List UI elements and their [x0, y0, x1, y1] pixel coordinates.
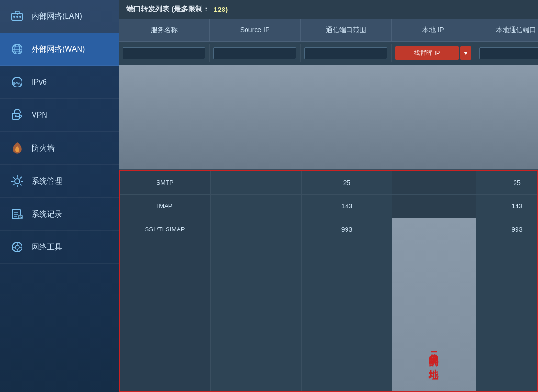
sidebar-label-wan: 外部网络(WAN): [32, 44, 85, 54]
data-table: SMTP 25 25 IMAP 143 143 SSL/TLSIMAP 993 …: [119, 170, 538, 392]
ip-dropdown-button[interactable]: ▼: [460, 46, 471, 60]
table-header-bar: 端口转发列表 (最多限制： 128): [119, 0, 538, 19]
filter-local-port: [475, 44, 538, 62]
cell-source-ip-1: [211, 195, 302, 218]
cell-service-0: SMTP: [120, 171, 211, 194]
sidebar-label-syslog: 系统记录: [32, 209, 62, 219]
cell-local-ip-2: 你群晖的IP地址: [392, 218, 476, 392]
lan-icon: [10, 9, 25, 24]
cell-source-ip-2: [211, 218, 302, 392]
svg-text:IPv6: IPv6: [13, 81, 22, 86]
filter-local-ip: 找群晖 IP ▼: [392, 44, 475, 62]
table-row: IMAP 143 143: [120, 195, 537, 218]
sidebar-item-firewall[interactable]: 防火墙: [0, 132, 119, 165]
empty-placeholder: [119, 65, 538, 170]
filter-port-range-input[interactable]: [304, 47, 387, 59]
sidebar-label-ipv6: IPv6: [32, 78, 47, 87]
cell-source-ip-0: [211, 171, 302, 194]
filter-port-range: [301, 44, 392, 62]
ipv6-icon: IPv6: [10, 75, 25, 90]
sidebar-item-sysadmin[interactable]: 系统管理: [0, 165, 119, 198]
column-headers: 服务名称 Source IP 通信端口范围 本地 IP 本地通信端口: [119, 19, 538, 42]
col-service-name: 服务名称: [119, 19, 210, 41]
sidebar-label-nettool: 网络工具: [32, 242, 62, 252]
cell-port-1: 143: [302, 195, 392, 218]
sidebar-label-vpn: VPN: [32, 111, 47, 120]
wan-icon: [10, 42, 25, 57]
svg-point-18: [15, 179, 20, 184]
sidebar-item-ipv6[interactable]: IPv6 IPv6: [0, 66, 119, 99]
table-row: SSL/TLSIMAP 993 你群晖的IP地址 993: [120, 218, 537, 392]
cell-port-2: 993: [302, 218, 392, 392]
filter-row: 找群晖 IP ▼: [119, 42, 538, 65]
cell-local-port-2: 993: [476, 218, 538, 392]
cell-local-port-1: 143: [476, 195, 538, 218]
cell-service-1: IMAP: [120, 195, 211, 218]
col-port-range: 通信端口范围: [301, 19, 392, 41]
ip-watermark: 你群晖的IP地址: [428, 254, 441, 392]
cell-local-port-0: 25: [476, 171, 538, 194]
sidebar: 内部网络(LAN) 外部网络(WAN) IPv6 IPv6: [0, 0, 119, 392]
svg-point-5: [19, 16, 21, 18]
vpn-icon: [10, 108, 25, 123]
table-limit: 128): [213, 5, 228, 13]
table-title: 端口转发列表 (最多限制：: [126, 5, 210, 14]
sidebar-item-syslog[interactable]: 系统记录: [0, 198, 119, 231]
svg-rect-1: [15, 11, 19, 14]
cell-service-2: SSL/TLSIMAP: [120, 218, 211, 392]
svg-point-14: [15, 115, 17, 117]
ip-select-group: 找群晖 IP ▼: [395, 46, 471, 60]
sidebar-label-sysadmin: 系统管理: [32, 176, 62, 186]
filter-source-ip: [210, 44, 301, 62]
col-local-port: 本地通信端口: [475, 19, 538, 41]
table-row: SMTP 25 25: [120, 171, 537, 195]
filter-source-ip-input[interactable]: [213, 47, 296, 59]
sidebar-label-lan: 内部网络(LAN): [32, 11, 82, 22]
svg-rect-23: [19, 215, 22, 219]
firewall-icon: [10, 141, 25, 156]
svg-point-3: [13, 16, 15, 18]
col-local-ip: 本地 IP: [392, 19, 475, 41]
svg-point-4: [16, 16, 18, 18]
sidebar-item-wan[interactable]: 外部网络(WAN): [0, 33, 119, 66]
sidebar-label-firewall: 防火墙: [32, 143, 55, 153]
cell-local-ip-0: [392, 171, 476, 194]
sidebar-item-lan[interactable]: 内部网络(LAN): [0, 0, 119, 33]
cell-local-ip-1: [392, 195, 476, 218]
col-source-ip: Source IP: [210, 19, 301, 41]
sidebar-item-vpn[interactable]: VPN: [0, 99, 119, 132]
svg-point-25: [15, 245, 19, 249]
filter-local-port-input[interactable]: [479, 47, 538, 59]
filter-service-input[interactable]: [123, 47, 205, 59]
cell-port-0: 25: [302, 171, 392, 194]
main-content: 端口转发列表 (最多限制： 128) 服务名称 Source IP 通信端口范围…: [119, 0, 538, 392]
find-ip-button[interactable]: 找群晖 IP: [395, 46, 459, 60]
syslog-icon: [10, 207, 25, 222]
sidebar-item-nettool[interactable]: 网络工具: [0, 231, 119, 264]
nettool-icon: [10, 240, 25, 255]
filter-service: [119, 44, 210, 62]
sysadmin-icon: [10, 174, 25, 189]
